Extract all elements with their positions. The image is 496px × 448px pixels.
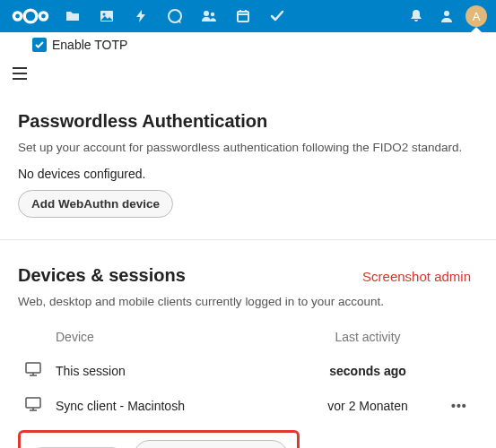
passwordless-title: Passwordless Authentication <box>18 111 478 132</box>
device-name: This session <box>50 353 290 388</box>
sessions-table: Device Last activity This session second… <box>18 321 478 423</box>
app-password-form: Create new app password <box>18 430 300 448</box>
top-bar: A <box>0 0 496 32</box>
svg-rect-13 <box>26 363 40 373</box>
calendar-icon[interactable] <box>226 0 260 32</box>
row-more-icon[interactable]: ••• <box>451 399 467 413</box>
photos-icon[interactable] <box>90 0 124 32</box>
top-right: A <box>401 0 491 32</box>
monitor-icon <box>23 362 43 376</box>
device-activity: vor 2 Monaten <box>290 388 446 423</box>
svg-rect-8 <box>238 12 248 22</box>
menu-toggle[interactable] <box>9 63 30 84</box>
svg-point-2 <box>39 13 47 20</box>
svg-point-6 <box>204 11 209 16</box>
app-nav <box>56 0 294 32</box>
sub-bar: Enable TOTP <box>0 32 496 86</box>
notifications-icon[interactable] <box>401 0 431 32</box>
svg-rect-16 <box>26 398 40 408</box>
svg-point-0 <box>13 13 21 20</box>
avatar[interactable]: A <box>466 5 487 27</box>
devices-sessions-title: Devices & sessions <box>18 265 186 286</box>
create-app-password-button[interactable]: Create new app password <box>134 440 288 448</box>
svg-point-12 <box>444 11 449 16</box>
col-activity: Last activity <box>290 321 446 353</box>
avatar-letter: A <box>473 10 481 23</box>
logo[interactable] <box>5 6 56 26</box>
talk-icon[interactable] <box>158 0 192 32</box>
table-row: Sync client - Macintosh vor 2 Monaten ••… <box>18 388 478 423</box>
device-activity: seconds ago <box>329 364 406 378</box>
svg-point-4 <box>103 13 106 16</box>
enable-totp-label: Enable TOTP <box>52 38 127 52</box>
files-icon[interactable] <box>56 0 90 32</box>
tasks-icon[interactable] <box>260 0 294 32</box>
enable-totp-checkbox[interactable] <box>32 38 47 52</box>
devices-sessions-desc: Web, desktop and mobile clients currentl… <box>18 295 478 308</box>
table-row: This session seconds ago <box>18 353 478 388</box>
col-device: Device <box>50 321 290 353</box>
no-devices-text: No devices configured. <box>18 167 478 181</box>
contacts-menu-icon[interactable] <box>431 0 462 32</box>
passwordless-desc: Set up your account for passwordless aut… <box>18 141 478 154</box>
svg-point-1 <box>24 10 37 22</box>
screenshot-annotation: Screenshot admin <box>362 269 478 284</box>
devices-sessions-section: Devices & sessions Screenshot admin Web,… <box>18 240 478 448</box>
add-webauthn-button[interactable]: Add WebAuthn device <box>18 190 173 218</box>
monitor-icon <box>23 397 43 411</box>
svg-point-7 <box>211 13 214 16</box>
activity-icon[interactable] <box>124 0 158 32</box>
contacts-icon[interactable] <box>192 0 226 32</box>
device-name: Sync client - Macintosh <box>50 388 290 423</box>
passwordless-section: Passwordless Authentication Set up your … <box>18 86 478 218</box>
